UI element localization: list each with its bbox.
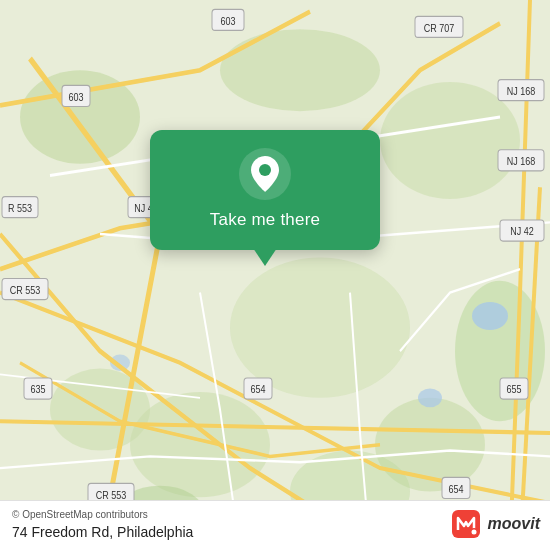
svg-text:NJ 168: NJ 168 [507, 85, 536, 97]
take-me-there-button[interactable]: Take me there [210, 210, 320, 230]
svg-text:655: 655 [506, 384, 522, 396]
map-container: 603 CR 707 NJ 168 NJ 168 R 553 NJ 47 635… [0, 0, 550, 550]
svg-text:603: 603 [68, 91, 84, 103]
location-pin-icon [239, 148, 291, 200]
svg-text:654: 654 [448, 483, 464, 495]
svg-point-48 [471, 530, 476, 535]
svg-text:NJ 42: NJ 42 [510, 226, 533, 238]
popup-card: Take me there [150, 130, 380, 250]
svg-text:CR 707: CR 707 [424, 22, 454, 34]
svg-text:NJ 168: NJ 168 [507, 155, 536, 167]
svg-text:CR 553: CR 553 [10, 284, 41, 296]
svg-point-45 [259, 164, 271, 176]
moovit-icon [450, 508, 482, 540]
svg-point-12 [418, 389, 442, 408]
svg-text:CR 553: CR 553 [96, 489, 127, 501]
moovit-logo: moovit [450, 508, 540, 540]
address-text: 74 Freedom Rd, Philadelphia [12, 524, 193, 540]
map-roads-svg: 603 CR 707 NJ 168 NJ 168 R 553 NJ 47 635… [0, 0, 550, 550]
moovit-brand-text: moovit [488, 515, 540, 533]
svg-text:635: 635 [30, 384, 46, 396]
svg-point-6 [130, 392, 270, 497]
svg-point-11 [472, 302, 508, 330]
svg-text:R 553: R 553 [8, 202, 32, 214]
svg-text:603: 603 [220, 15, 236, 27]
svg-point-2 [220, 29, 380, 111]
svg-text:654: 654 [250, 384, 266, 396]
svg-point-9 [230, 257, 410, 397]
bottom-bar: © OpenStreetMap contributors 74 Freedom … [0, 500, 550, 550]
